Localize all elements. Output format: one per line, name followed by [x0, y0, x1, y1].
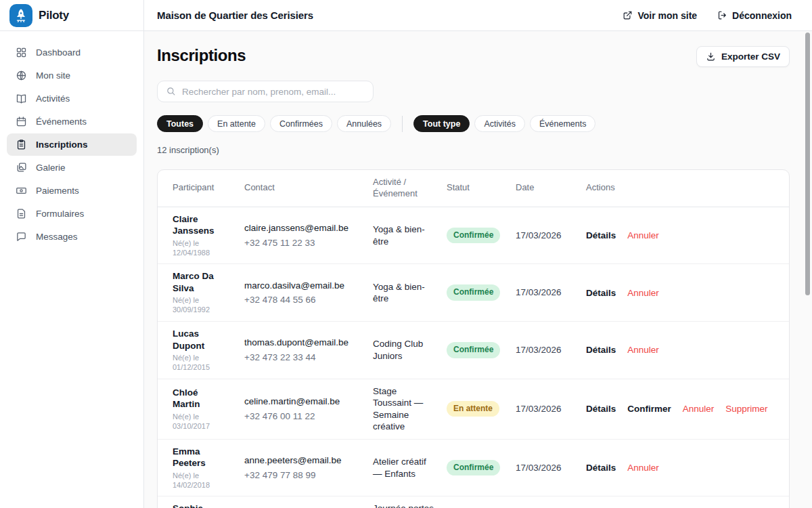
- search-input[interactable]: [157, 81, 374, 102]
- date-cell: 17/03/2026: [516, 287, 586, 299]
- sidebar-item-label: Inscriptions: [36, 140, 88, 150]
- logout-icon: [717, 10, 727, 20]
- results-count: 12 inscription(s): [157, 145, 790, 155]
- action-annuler[interactable]: Annuler: [627, 230, 659, 240]
- chip-divider: [402, 116, 403, 132]
- topbar: Maison de Quartier des Cerisiers Voir mo…: [144, 0, 812, 31]
- sidebar-item-dashboard[interactable]: Dashboard: [7, 41, 137, 64]
- action-confirmer[interactable]: Confirmer: [627, 404, 671, 414]
- status-badge: Confirmée: [447, 460, 500, 476]
- action-supprimer[interactable]: Supprimer: [725, 404, 767, 414]
- activity-cell: Stage Toussaint — Semaine créative: [373, 385, 443, 433]
- participant-birthdate: Né(e) le 12/04/1988: [173, 239, 227, 258]
- sidebar-item-inscriptions[interactable]: Inscriptions: [7, 133, 137, 156]
- filter-type-evenements[interactable]: Événements: [530, 115, 595, 132]
- topbar-link-deconnexion[interactable]: Déconnexion: [717, 10, 792, 21]
- filter-type-tout-type[interactable]: Tout type: [413, 115, 470, 132]
- contact-email: claire.janssens@email.be: [244, 222, 365, 234]
- table-header-row: ParticipantContactActivité / ÉvénementSt…: [158, 170, 789, 207]
- filter-chips-row: ToutesEn attenteConfirméesAnnulées Tout …: [157, 115, 790, 132]
- contact-cell: anne.peeters@email.be+32 479 77 88 99: [244, 454, 373, 481]
- contact-email: celine.martin@email.be: [244, 396, 365, 408]
- participant-cell: Sophie: [173, 503, 244, 508]
- participant-name: Marco Da Silva: [173, 270, 227, 294]
- sidebar-item-mon-site[interactable]: Mon site: [7, 64, 137, 87]
- sidebar-item-messages[interactable]: Messages: [7, 226, 137, 248]
- filter-status-toutes[interactable]: Toutes: [157, 115, 203, 132]
- contact-email: thomas.dupont@email.be: [244, 337, 365, 349]
- search-bar: [157, 81, 374, 102]
- action-annuler[interactable]: Annuler: [627, 288, 659, 298]
- status-badge: En attente: [447, 401, 499, 417]
- filter-status-annulees[interactable]: Annulées: [337, 115, 391, 132]
- action-annuler[interactable]: Annuler: [683, 404, 715, 414]
- filter-status-confirmees[interactable]: Confirmées: [270, 115, 332, 132]
- action-details[interactable]: Détails: [586, 288, 616, 298]
- sidebar-item-formulaires[interactable]: Formulaires: [7, 203, 137, 225]
- status-badge: Confirmée: [447, 228, 500, 244]
- table-row: Lucas DupontNé(e) le 01/12/2015thomas.du…: [158, 322, 789, 379]
- topbar-link-voir-mon-site[interactable]: Voir mon site: [623, 10, 697, 21]
- activity-cell: Journée portes: [373, 503, 443, 508]
- actions-cell: DétailsConfirmerAnnulerSupprimer: [586, 404, 777, 414]
- column-header-date: Date: [516, 182, 581, 194]
- participant-cell: Emma PeetersNé(e) le 14/02/2018: [173, 446, 244, 490]
- document-icon: [16, 208, 27, 219]
- action-details[interactable]: Détails: [586, 404, 616, 414]
- sidebar-item-label: Mon site: [36, 70, 70, 81]
- sidebar-item-galerie[interactable]: Galerie: [7, 156, 137, 179]
- action-details[interactable]: Détails: [586, 230, 616, 240]
- sidebar-item-label: Événements: [36, 117, 87, 127]
- brand-area: Piloty: [0, 0, 144, 31]
- action-details[interactable]: Détails: [586, 463, 616, 473]
- status-cell: En attente: [447, 401, 516, 417]
- status-cell: Confirmée: [447, 228, 516, 244]
- topbar-link-label: Voir mon site: [637, 10, 697, 21]
- app-logo: [9, 4, 32, 27]
- table-row: Marco Da SilvaNé(e) le 30/09/1992marco.d…: [158, 264, 789, 322]
- contact-phone: +32 478 44 55 66: [244, 294, 365, 306]
- table-row: Emma PeetersNé(e) le 14/02/2018anne.peet…: [158, 440, 789, 497]
- contact-phone: +32 475 11 22 33: [244, 237, 365, 249]
- contact-email: marco.dasilva@email.be: [244, 280, 365, 292]
- export-csv-button[interactable]: Exporter CSV: [696, 46, 790, 67]
- contact-email: anne.peeters@email.be: [244, 454, 365, 467]
- clipboard-icon: [16, 139, 27, 150]
- date-cell: 17/03/2026: [516, 344, 586, 356]
- column-header-participant: Participant: [173, 182, 238, 194]
- sidebar-item-activites[interactable]: Activités: [7, 87, 137, 110]
- date-cell: 17/03/2026: [516, 230, 586, 242]
- action-annuler[interactable]: Annuler: [627, 463, 659, 473]
- action-details[interactable]: Détails: [586, 345, 616, 355]
- org-name: Maison de Quartier des Cerisiers: [157, 9, 313, 21]
- participant-birthdate: Né(e) le 30/09/1992: [173, 296, 227, 315]
- external-link-icon: [623, 10, 633, 20]
- table-body: Claire JanssensNé(e) le 12/04/1988claire…: [158, 207, 789, 508]
- contact-phone: +32 476 00 11 22: [244, 410, 365, 423]
- main-content: Inscriptions Exporter CSV ToutesEn atten…: [144, 31, 812, 508]
- vertical-scrollbar[interactable]: [805, 33, 810, 295]
- gallery-icon: [16, 162, 27, 173]
- participant-name: Lucas Dupont: [173, 328, 227, 352]
- actions-cell: DétailsAnnuler: [586, 463, 777, 473]
- sidebar-item-paiements[interactable]: Paiements: [7, 179, 137, 202]
- actions-cell: DétailsAnnuler: [586, 345, 777, 355]
- participant-birthdate: Né(e) le 14/02/2018: [173, 471, 227, 490]
- filter-type-activites[interactable]: Activités: [474, 115, 525, 132]
- status-badge: Confirmée: [447, 342, 500, 358]
- sidebar-item-evenements[interactable]: Événements: [7, 110, 137, 133]
- grid-icon: [16, 47, 27, 58]
- search-icon: [166, 86, 176, 96]
- activity-cell: Yoga & bien-être: [373, 281, 443, 305]
- banknote-icon: [16, 185, 27, 196]
- status-cell: Confirmée: [447, 342, 516, 358]
- participant-birthdate: Né(e) le 01/12/2015: [173, 354, 227, 373]
- sidebar-item-label: Formulaires: [36, 209, 84, 219]
- contact-cell: thomas.dupont@email.be+32 473 22 33 44: [244, 337, 373, 363]
- filter-status-en-attente[interactable]: En attente: [208, 115, 265, 132]
- rocket-icon: [13, 7, 29, 24]
- action-annuler[interactable]: Annuler: [627, 345, 659, 355]
- contact-cell: marco.dasilva@email.be+32 478 44 55 66: [244, 280, 373, 306]
- status-cell: Confirmée: [447, 284, 516, 301]
- page-title: Inscriptions: [157, 46, 246, 65]
